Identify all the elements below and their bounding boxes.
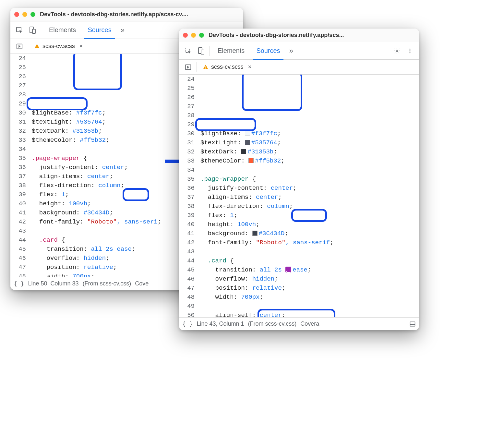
coverage-label: Covera [300,320,319,327]
coverage-label: Cove [135,280,149,287]
svg-point-12 [409,50,410,51]
inspect-icon[interactable] [182,44,195,57]
tab-sources[interactable]: Sources [250,42,286,60]
devtools-window-after: DevTools - devtools-dbg-stories.netlify.… [179,29,419,330]
status-bar: { } Line 43, Column 1 (From scss-cv.css)… [179,317,419,330]
highlight-colors [242,75,302,111]
maximize-icon[interactable] [30,12,35,17]
svg-point-10 [396,50,398,52]
maximize-icon[interactable] [199,33,204,38]
navigator-icon[interactable] [13,40,26,53]
file-tab[interactable]: scss-cv.scss × [199,60,255,75]
navigator-icon[interactable] [182,61,195,74]
traffic-lights [183,33,204,38]
line-gutter: 2425262728293031323334353637383940414243… [179,75,198,317]
close-tab-icon[interactable]: × [79,43,83,50]
minimize-icon[interactable] [191,33,196,38]
file-tab-bar: scss-cv.scss × [179,60,419,75]
more-tabs-icon[interactable]: » [117,26,128,34]
cursor-position: Line 50, Column 33 [28,280,79,287]
gear-icon[interactable] [390,44,403,57]
file-tab[interactable]: scss-cv.scss × [30,39,87,54]
tab-elements[interactable]: Elements [212,42,250,60]
source-link[interactable]: scss-cv.css [265,320,295,327]
code-content[interactable]: $lightBase: #f3f7fc;$textLight: #535764;… [198,75,419,317]
format-icon[interactable]: { } [182,320,193,327]
highlight-colors [73,54,122,90]
svg-rect-9 [201,50,204,54]
divider [210,46,210,56]
window-title: DevTools - devtools-dbg-stories.netlify.… [209,32,344,39]
inspect-icon[interactable] [13,24,26,37]
device-icon[interactable] [26,24,39,37]
code-editor[interactable]: 2425262728293031323334353637383940414243… [179,75,419,317]
close-tab-icon[interactable]: × [248,64,252,70]
svg-rect-16 [205,68,206,69]
line-gutter: 2425262728293031323334353637383940414243… [10,54,29,277]
minimize-icon[interactable] [22,12,27,17]
device-icon[interactable] [195,44,208,57]
file-name: scss-cv.scss [211,64,244,70]
close-icon[interactable] [14,12,19,17]
source-link[interactable]: scss-cv.css [100,280,129,287]
svg-rect-15 [205,66,206,67]
divider [28,41,28,52]
svg-rect-2 [32,29,35,33]
close-icon[interactable] [183,33,188,38]
main-toolbar: Elements Sources » [179,42,419,60]
source-from: (From scss-cv.css) [83,280,131,287]
source-from: (From scss-cv.css) [248,320,297,327]
titlebar[interactable]: DevTools - devtools-dbg-stories.netlify.… [10,8,243,21]
svg-rect-4 [37,45,37,47]
traffic-lights [14,12,35,17]
drawer-icon[interactable] [409,321,416,327]
tab-sources[interactable]: Sources [82,21,117,39]
svg-point-13 [409,52,410,53]
file-name: scss-cv.scss [42,43,75,50]
cursor-position: Line 43, Column 1 [197,320,244,327]
svg-rect-5 [37,47,37,48]
warning-icon [34,43,40,49]
svg-point-11 [409,48,410,49]
divider [197,62,197,72]
warning-icon [203,64,209,70]
format-icon[interactable]: { } [14,280,24,287]
kebab-icon[interactable] [403,44,416,57]
tab-elements[interactable]: Elements [43,21,82,39]
more-tabs-icon[interactable]: » [286,47,296,55]
titlebar[interactable]: DevTools - devtools-dbg-stories.netlify.… [179,29,419,42]
window-title: DevTools - devtools-dbg-stories.netlify.… [40,11,188,18]
svg-rect-17 [410,322,415,326]
divider [41,25,41,35]
